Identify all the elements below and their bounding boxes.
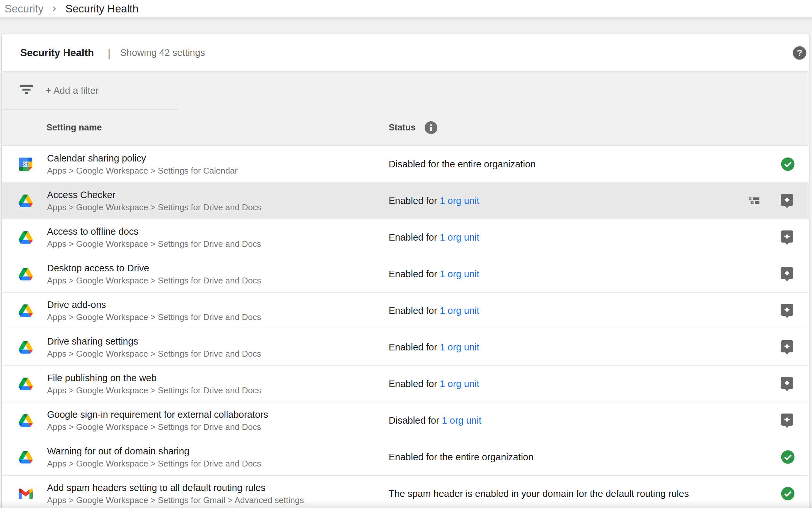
table-row[interactable]: Desktop access to Drive Apps > Google Wo… bbox=[2, 256, 809, 293]
table-row[interactable]: Access Checker Apps > Google Workspace >… bbox=[2, 183, 809, 219]
recommendation-badge-icon[interactable] bbox=[781, 230, 795, 246]
table-row[interactable]: Access to offline docs Apps > Google Wor… bbox=[2, 219, 809, 256]
recommendation-badge-icon bbox=[781, 267, 793, 282]
check-circle-icon bbox=[781, 487, 795, 502]
check-circle-icon bbox=[781, 487, 795, 501]
setting-name: Add spam headers setting to all default … bbox=[47, 481, 304, 494]
status-text: Enabled for bbox=[389, 342, 440, 353]
table-row[interactable]: Add spam headers setting to all default … bbox=[2, 476, 809, 508]
setting-name: Access Checker bbox=[47, 188, 261, 201]
google-drive-icon bbox=[18, 340, 33, 354]
chevron-right-icon bbox=[50, 5, 58, 13]
view-details-button[interactable] bbox=[749, 198, 759, 204]
google-drive-icon bbox=[18, 267, 33, 281]
recommendation-badge-icon bbox=[781, 414, 793, 428]
google-drive-icon bbox=[18, 377, 33, 391]
svg-text:31: 31 bbox=[22, 162, 29, 167]
recommendation-badge-icon[interactable] bbox=[781, 194, 795, 210]
table-row[interactable]: 31 Calendar sharing policy Apps > Google… bbox=[2, 146, 809, 183]
recommendation-badge-icon[interactable] bbox=[781, 377, 795, 393]
status-text: Enabled for the entire organization bbox=[389, 452, 533, 463]
recommendation-badge-icon[interactable] bbox=[781, 267, 795, 283]
setting-status: Enabled for the entire organization bbox=[389, 439, 533, 475]
column-header-status: Status bbox=[389, 110, 416, 145]
status-text: Disabled for bbox=[389, 415, 442, 426]
recommendation-badge-icon bbox=[781, 377, 793, 391]
google-drive-icon bbox=[18, 377, 33, 391]
setting-status: Disabled for 1 org unit bbox=[389, 403, 481, 439]
info-icon bbox=[425, 121, 437, 134]
help-button[interactable]: ? bbox=[793, 46, 806, 60]
recommendation-badge-icon bbox=[781, 304, 793, 318]
breadcrumb-current: Security Health bbox=[65, 3, 139, 15]
setting-status: Enabled for 1 org unit bbox=[389, 183, 479, 219]
setting-path: Apps > Google Workspace > Settings for D… bbox=[47, 458, 261, 470]
setting-path: Apps > Google Workspace > Settings for C… bbox=[47, 165, 237, 177]
status-text: Enabled for bbox=[389, 305, 440, 316]
page-title: Security Health bbox=[20, 47, 94, 59]
recommendation-badge-icon[interactable] bbox=[781, 304, 795, 320]
org-unit-link[interactable]: 1 org unit bbox=[440, 379, 479, 389]
org-unit-link[interactable]: 1 org unit bbox=[440, 305, 479, 316]
google-drive-icon bbox=[18, 194, 33, 208]
setting-name: Desktop access to Drive bbox=[47, 261, 261, 274]
google-drive-icon bbox=[18, 194, 33, 208]
setting-name: Access to offline docs bbox=[47, 225, 261, 238]
google-drive-icon bbox=[18, 267, 33, 281]
org-unit-link[interactable]: 1 org unit bbox=[440, 196, 479, 206]
table-row[interactable]: Google sign-in requirement for external … bbox=[2, 403, 809, 439]
setting-status: Enabled for 1 org unit bbox=[389, 256, 479, 292]
gmail-icon bbox=[18, 487, 33, 501]
recommendation-badge-icon bbox=[781, 230, 793, 245]
setting-path: Apps > Google Workspace > Settings for G… bbox=[47, 494, 304, 506]
add-filter-button[interactable]: + Add a filter bbox=[46, 72, 99, 110]
recommendation-badge-icon[interactable] bbox=[781, 340, 795, 356]
google-drive-icon bbox=[18, 231, 33, 244]
setting-name: Google sign-in requirement for external … bbox=[47, 408, 268, 421]
org-unit-link[interactable]: 1 org unit bbox=[440, 232, 479, 243]
breadcrumb-parent[interactable]: Security bbox=[5, 3, 43, 15]
page-background: Security Health | Showing 42 settings ? bbox=[0, 17, 812, 508]
gmail-icon bbox=[18, 489, 33, 499]
org-unit-link[interactable]: 1 org unit bbox=[440, 342, 479, 353]
org-unit-link[interactable]: 1 org unit bbox=[442, 415, 481, 426]
google-calendar-icon: 31 bbox=[18, 157, 33, 171]
table-row[interactable]: Warning for out of domain sharing Apps >… bbox=[2, 439, 809, 476]
status-info-button[interactable] bbox=[425, 121, 437, 134]
recommendation-badge-icon[interactable] bbox=[781, 414, 795, 429]
table-row[interactable]: Drive add-ons Apps > Google Workspace > … bbox=[2, 293, 809, 329]
svg-text:?: ? bbox=[797, 48, 803, 58]
filter-bar: + Add a filter bbox=[2, 71, 809, 110]
setting-name: Drive sharing settings bbox=[47, 335, 261, 348]
recommendation-badge-icon bbox=[781, 340, 793, 355]
setting-path: Apps > Google Workspace > Settings for D… bbox=[47, 274, 261, 287]
google-drive-icon bbox=[18, 304, 33, 318]
table-row[interactable]: Drive sharing settings Apps > Google Wor… bbox=[2, 329, 809, 366]
status-text: Enabled for bbox=[389, 232, 440, 243]
google-drive-icon bbox=[18, 230, 33, 245]
title-separator: | bbox=[108, 47, 111, 59]
breadcrumb: Security Security Health bbox=[0, 0, 812, 17]
setting-status: Disabled for the entire organization bbox=[389, 146, 536, 182]
setting-path: Apps > Google Workspace > Settings for D… bbox=[47, 311, 261, 323]
google-calendar-icon: 31 bbox=[19, 158, 32, 171]
setting-status: Enabled for 1 org unit bbox=[389, 293, 479, 329]
table-row[interactable]: File publishing on the web Apps > Google… bbox=[2, 366, 809, 403]
settings-count: Showing 42 settings bbox=[120, 47, 205, 58]
setting-name: Calendar sharing policy bbox=[47, 152, 237, 165]
check-circle-icon bbox=[781, 450, 795, 464]
org-unit-link[interactable]: 1 org unit bbox=[440, 269, 479, 280]
view-details-icon bbox=[749, 198, 759, 204]
google-drive-icon bbox=[18, 450, 33, 464]
filter-list-icon bbox=[20, 85, 33, 95]
google-drive-icon bbox=[18, 414, 33, 428]
setting-path: Apps > Google Workspace > Settings for D… bbox=[47, 348, 261, 360]
setting-path: Apps > Google Workspace > Settings for D… bbox=[47, 201, 261, 213]
check-circle-icon bbox=[781, 157, 795, 171]
column-header-setting-name: Setting name bbox=[46, 110, 102, 145]
setting-status: Enabled for 1 org unit bbox=[389, 366, 479, 402]
setting-path: Apps > Google Workspace > Settings for D… bbox=[47, 421, 268, 433]
google-drive-icon bbox=[18, 414, 33, 427]
setting-status: Enabled for 1 org unit bbox=[389, 219, 479, 256]
status-text: Enabled for bbox=[389, 196, 440, 206]
